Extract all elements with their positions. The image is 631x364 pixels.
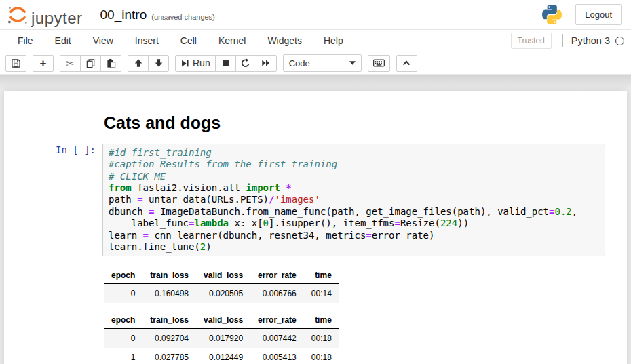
markdown-cell[interactable]: Cats and dogs bbox=[4, 100, 627, 140]
kernel-name: Python 3 bbox=[571, 35, 610, 46]
save-icon bbox=[11, 58, 21, 68]
page-title: Cats and dogs bbox=[104, 113, 221, 133]
table-header-cell: time bbox=[304, 312, 339, 329]
move-down-icon bbox=[154, 58, 164, 68]
plus-icon: + bbox=[40, 58, 47, 69]
table-cell: 00:14 bbox=[304, 284, 339, 304]
table-header-cell: valid_loss bbox=[196, 312, 250, 329]
table-cell: 0.007442 bbox=[250, 329, 304, 348]
table-header-cell: epoch bbox=[104, 267, 142, 284]
output-table: epochtrain_lossvalid_losserror_ratetime0… bbox=[104, 312, 339, 364]
copy-icon bbox=[85, 58, 96, 68]
chevron-up-icon bbox=[402, 59, 411, 67]
table-row: 00.0927040.0179200.00744200:18 bbox=[104, 329, 339, 348]
table-cell: 0.020505 bbox=[196, 284, 250, 304]
table-header-cell: time bbox=[304, 267, 339, 284]
command-palette-icon bbox=[373, 59, 385, 67]
menu-item-widgets[interactable]: Widgets bbox=[256, 31, 313, 51]
command-palette-button[interactable] bbox=[368, 55, 390, 72]
menu-item-cell[interactable]: Cell bbox=[170, 31, 208, 51]
move-up-icon bbox=[134, 58, 143, 68]
menubar: FileEditViewInsertCellKernelWidgetsHelp … bbox=[0, 30, 631, 52]
jupyter-logo-icon bbox=[5, 3, 30, 26]
menu-item-help[interactable]: Help bbox=[313, 31, 354, 51]
code-line: #caption Results from the first training bbox=[109, 159, 599, 170]
table-cell: 0 bbox=[104, 284, 142, 304]
output-table: epochtrain_lossvalid_losserror_ratetime0… bbox=[104, 267, 339, 303]
table-row: 10.0277850.0124490.00541300:18 bbox=[104, 348, 339, 364]
restart-kernel-icon bbox=[241, 58, 250, 68]
menu-item-file[interactable]: File bbox=[7, 31, 44, 51]
table-header-cell: error_rate bbox=[250, 267, 304, 284]
fast-forward-icon bbox=[261, 58, 271, 68]
table-header-cell: train_loss bbox=[142, 267, 196, 284]
markdown-cell-prompt bbox=[12, 104, 102, 137]
table-cell: 0.012449 bbox=[196, 348, 250, 364]
logout-button[interactable]: Logout bbox=[575, 4, 622, 25]
checkpoint-status: (unsaved changes) bbox=[151, 9, 215, 21]
app-header: jupyter 00_intro (unsaved changes) Logou… bbox=[0, 0, 631, 30]
run-button[interactable]: Run bbox=[175, 55, 216, 72]
move-up-button[interactable] bbox=[128, 55, 149, 72]
menu-item-insert[interactable]: Insert bbox=[124, 31, 170, 51]
table-header-cell: train_loss bbox=[142, 312, 196, 329]
menu-item-kernel[interactable]: Kernel bbox=[208, 31, 256, 51]
table-cell: 0.017920 bbox=[196, 329, 250, 348]
table-cell: 0.005413 bbox=[250, 348, 304, 364]
table-cell: 00:18 bbox=[304, 348, 339, 364]
python-logo-icon bbox=[541, 3, 563, 26]
paste-button[interactable] bbox=[100, 55, 121, 72]
menu-item-edit[interactable]: Edit bbox=[44, 31, 82, 51]
jupyter-logo[interactable]: jupyter bbox=[5, 3, 83, 26]
code-area: #id first_training#caption Results from … bbox=[109, 147, 599, 253]
table-row: 00.1604980.0205050.00676600:14 bbox=[104, 284, 339, 304]
notebook-container: Cats and dogs In [ ]: #id first_training… bbox=[4, 91, 627, 364]
kernel-status-icon bbox=[615, 37, 624, 45]
table-cell: 0 bbox=[104, 329, 142, 348]
caret-down-icon bbox=[349, 61, 356, 65]
run-label: Run bbox=[193, 58, 210, 68]
notebook-title[interactable]: 00_intro bbox=[100, 7, 147, 22]
code-line: dbunch = ImageDataBunch.from_name_func(p… bbox=[109, 206, 599, 218]
code-cell[interactable]: In [ ]: #id first_training#caption Resul… bbox=[4, 140, 627, 260]
fast-forward-button[interactable] bbox=[256, 55, 277, 72]
add-cell-button[interactable]: + bbox=[33, 55, 54, 72]
code-cell-prompt: In [ ]: bbox=[12, 144, 102, 256]
table-header-cell: valid_loss bbox=[196, 267, 250, 284]
table-cell: 0.027785 bbox=[142, 348, 196, 364]
restart-kernel-button[interactable] bbox=[235, 55, 256, 72]
trusted-badge[interactable]: Trusted bbox=[511, 33, 552, 49]
code-line: path = untar_data(URLs.PETS)/'images' bbox=[109, 194, 599, 205]
save-button[interactable] bbox=[5, 55, 26, 72]
toggle-header-button[interactable] bbox=[396, 55, 417, 72]
kernel-separator bbox=[562, 34, 563, 47]
logo-text: jupyter bbox=[31, 10, 83, 26]
cut-icon: ✂ bbox=[66, 58, 75, 68]
paste-icon bbox=[106, 58, 116, 68]
table-cell: 1 bbox=[104, 348, 142, 364]
table-cell: 00:18 bbox=[304, 329, 339, 348]
toolbar: + ✂ bbox=[0, 52, 631, 75]
code-line: learn = cnn_learner(dbunch, resnet34, me… bbox=[109, 230, 599, 241]
output-area: epochtrain_lossvalid_losserror_ratetime0… bbox=[94, 260, 627, 364]
code-line: label_func=lambda x: x[0].isupper(), ite… bbox=[109, 218, 599, 229]
code-line: # CLICK ME bbox=[109, 171, 599, 182]
copy-button[interactable] bbox=[80, 55, 101, 72]
move-down-button[interactable] bbox=[148, 55, 169, 72]
stop-icon bbox=[221, 59, 230, 68]
code-input-area[interactable]: #id first_training#caption Results from … bbox=[102, 144, 605, 256]
cut-button[interactable]: ✂ bbox=[60, 55, 81, 72]
menu-item-view[interactable]: View bbox=[82, 31, 124, 51]
notebook-site: Cats and dogs In [ ]: #id first_training… bbox=[0, 75, 631, 364]
run-icon bbox=[180, 59, 189, 68]
code-line: from fastai2.vision.all import * bbox=[109, 182, 599, 194]
table-cell: 0.092704 bbox=[142, 329, 196, 348]
table-header-cell: error_rate bbox=[250, 312, 304, 329]
table-cell: 0.160498 bbox=[142, 284, 196, 304]
code-line: learn.fine_tune(2) bbox=[109, 241, 599, 253]
cell-type-dropdown[interactable]: Code bbox=[283, 54, 362, 72]
stop-button[interactable] bbox=[215, 55, 236, 72]
menu-items: FileEditViewInsertCellKernelWidgetsHelp bbox=[7, 31, 354, 51]
code-line: #id first_training bbox=[109, 147, 599, 159]
table-header-cell: epoch bbox=[104, 312, 142, 329]
